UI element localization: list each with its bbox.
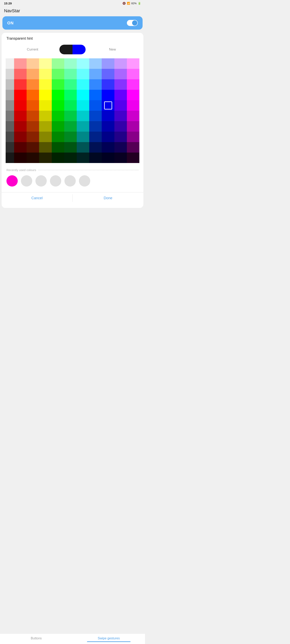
color-cell[interactable] bbox=[127, 100, 139, 111]
color-cell[interactable] bbox=[89, 69, 102, 79]
color-cell[interactable] bbox=[39, 152, 52, 163]
color-cell[interactable] bbox=[39, 132, 52, 142]
color-cell[interactable] bbox=[114, 121, 127, 132]
color-cell[interactable] bbox=[102, 142, 114, 152]
color-cell[interactable] bbox=[64, 111, 77, 121]
color-cell[interactable] bbox=[77, 121, 89, 132]
color-cell[interactable] bbox=[64, 152, 77, 163]
color-cell[interactable] bbox=[114, 142, 127, 152]
color-cell[interactable] bbox=[77, 69, 89, 79]
color-cell[interactable] bbox=[52, 100, 64, 111]
color-cell[interactable] bbox=[64, 121, 77, 132]
color-cell[interactable] bbox=[27, 90, 39, 100]
color-cell[interactable] bbox=[114, 90, 127, 100]
color-cell[interactable] bbox=[64, 79, 77, 90]
color-cell[interactable] bbox=[77, 90, 89, 100]
toggle-switch[interactable] bbox=[127, 20, 138, 26]
color-cell[interactable] bbox=[77, 100, 89, 111]
color-cell[interactable] bbox=[114, 132, 127, 142]
color-cell[interactable] bbox=[64, 58, 77, 69]
gray-cell[interactable] bbox=[6, 152, 14, 163]
color-cell[interactable] bbox=[77, 111, 89, 121]
color-cell[interactable] bbox=[102, 152, 114, 163]
toggle-bar[interactable]: ON bbox=[3, 16, 143, 30]
color-cell[interactable] bbox=[39, 100, 52, 111]
color-cell[interactable] bbox=[64, 69, 77, 79]
color-cell[interactable] bbox=[89, 90, 102, 100]
color-cell[interactable] bbox=[77, 152, 89, 163]
gray-cell[interactable] bbox=[6, 142, 14, 152]
color-grid[interactable] bbox=[14, 58, 139, 163]
color-cell[interactable] bbox=[127, 142, 139, 152]
color-cell[interactable] bbox=[127, 90, 139, 100]
swatch-magenta[interactable] bbox=[7, 175, 18, 186]
color-cell[interactable] bbox=[14, 58, 27, 69]
color-cell[interactable] bbox=[114, 152, 127, 163]
color-cell[interactable] bbox=[39, 79, 52, 90]
color-cell[interactable] bbox=[64, 132, 77, 142]
color-cell[interactable] bbox=[102, 79, 114, 90]
gray-cell[interactable] bbox=[6, 111, 14, 121]
color-cell[interactable] bbox=[127, 111, 139, 121]
color-cell[interactable] bbox=[27, 100, 39, 111]
gray-cell[interactable] bbox=[6, 69, 14, 79]
color-cell[interactable] bbox=[102, 132, 114, 142]
color-cell[interactable] bbox=[77, 132, 89, 142]
gray-cell[interactable] bbox=[6, 121, 14, 132]
swatch-empty-4[interactable] bbox=[65, 175, 76, 186]
cancel-button[interactable]: Cancel bbox=[2, 192, 73, 204]
color-cell[interactable] bbox=[77, 79, 89, 90]
color-cell[interactable] bbox=[27, 111, 39, 121]
color-cell[interactable] bbox=[14, 90, 27, 100]
color-cell[interactable] bbox=[89, 79, 102, 90]
color-cell[interactable] bbox=[27, 58, 39, 69]
gray-cell[interactable] bbox=[6, 90, 14, 100]
color-cell[interactable] bbox=[102, 58, 114, 69]
color-cell[interactable] bbox=[114, 69, 127, 79]
color-cell[interactable] bbox=[89, 100, 102, 111]
color-cell[interactable] bbox=[27, 152, 39, 163]
color-cell[interactable] bbox=[127, 121, 139, 132]
color-cell[interactable] bbox=[127, 152, 139, 163]
color-cell[interactable] bbox=[77, 142, 89, 152]
color-cell[interactable] bbox=[127, 132, 139, 142]
color-cell[interactable] bbox=[114, 111, 127, 121]
gray-cell[interactable] bbox=[6, 58, 14, 69]
color-cell[interactable] bbox=[52, 58, 64, 69]
color-cell[interactable] bbox=[64, 100, 77, 111]
color-cell[interactable] bbox=[14, 111, 27, 121]
color-cell[interactable] bbox=[27, 142, 39, 152]
color-cell[interactable] bbox=[114, 58, 127, 69]
color-cell[interactable] bbox=[52, 142, 64, 152]
color-cell[interactable] bbox=[52, 79, 64, 90]
color-cell[interactable] bbox=[39, 142, 52, 152]
done-button[interactable]: Done bbox=[73, 192, 144, 204]
color-cell[interactable] bbox=[14, 121, 27, 132]
color-cell[interactable] bbox=[14, 142, 27, 152]
color-cell[interactable] bbox=[27, 79, 39, 90]
color-cell[interactable] bbox=[89, 132, 102, 142]
color-cell[interactable] bbox=[89, 121, 102, 132]
color-cell[interactable] bbox=[114, 100, 127, 111]
gray-cell[interactable] bbox=[6, 79, 14, 90]
color-cell[interactable] bbox=[89, 142, 102, 152]
color-cell[interactable] bbox=[52, 121, 64, 132]
color-cell[interactable] bbox=[52, 90, 64, 100]
color-cell[interactable] bbox=[102, 90, 114, 100]
color-cell[interactable] bbox=[14, 79, 27, 90]
gray-cell[interactable] bbox=[6, 100, 14, 111]
color-cell[interactable] bbox=[39, 69, 52, 79]
color-cell[interactable] bbox=[64, 90, 77, 100]
color-cell[interactable] bbox=[52, 111, 64, 121]
color-cell[interactable] bbox=[127, 69, 139, 79]
color-cell[interactable] bbox=[102, 111, 114, 121]
color-cell[interactable] bbox=[102, 121, 114, 132]
color-cell[interactable] bbox=[39, 111, 52, 121]
color-cell[interactable] bbox=[14, 152, 27, 163]
color-cell[interactable] bbox=[39, 121, 52, 132]
color-cell[interactable] bbox=[52, 69, 64, 79]
color-cell[interactable] bbox=[39, 90, 52, 100]
color-cell[interactable] bbox=[27, 121, 39, 132]
color-cell[interactable] bbox=[14, 69, 27, 79]
color-cell[interactable] bbox=[27, 69, 39, 79]
